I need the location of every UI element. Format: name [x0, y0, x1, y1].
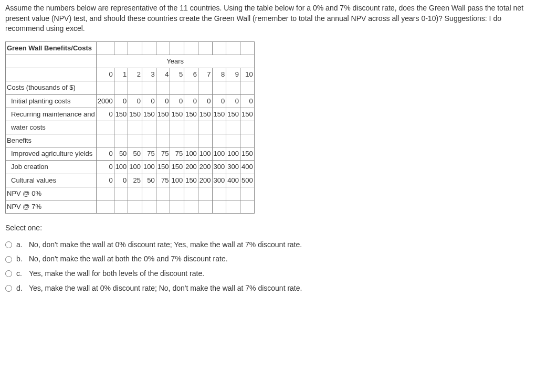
data-cell: [128, 200, 142, 214]
option-c-radio[interactable]: [5, 270, 12, 277]
row-label: Benefits: [6, 134, 97, 147]
years-label: Years: [96, 55, 254, 68]
data-cell: [114, 81, 128, 94]
data-cell: 150: [240, 108, 254, 121]
blank-cell: [142, 41, 156, 55]
blank-cell: [170, 41, 184, 55]
data-cell: [96, 81, 114, 94]
data-cell: [170, 134, 184, 147]
table-row: Benefits: [6, 134, 255, 147]
data-cell: [198, 187, 212, 200]
data-cell: [142, 187, 156, 200]
table-row: Costs (thousands of $): [6, 81, 255, 94]
data-cell: 75: [156, 174, 170, 187]
option-b[interactable]: b. No, don't make the wall at both the 0…: [5, 252, 531, 267]
data-cell: 500: [240, 174, 254, 187]
table-row: NPV @ 0%: [6, 187, 255, 200]
data-cell: 75: [170, 147, 184, 161]
data-cell: 150: [156, 108, 170, 121]
data-cell: 0: [128, 94, 142, 108]
option-text: Yes, make the wall for both levels of th…: [29, 269, 204, 279]
blank-cell: [212, 41, 226, 55]
table-title: Green Wall Benefits/Costs: [6, 41, 97, 55]
data-cell: [226, 187, 240, 200]
data-cell: [128, 187, 142, 200]
option-a-radio[interactable]: [5, 241, 12, 248]
data-cell: [240, 187, 254, 200]
data-cell: 150: [240, 147, 254, 161]
option-c[interactable]: c. Yes, make the wall for both levels of…: [5, 267, 531, 281]
option-d[interactable]: d. Yes, make the wall at 0% discount rat…: [5, 281, 531, 296]
data-cell: 0: [156, 94, 170, 108]
data-cell: 150: [198, 108, 212, 121]
table-row: Initial planting costs20000000000000: [6, 94, 255, 108]
data-cell: 100: [226, 147, 240, 161]
table-row: NPV @ 7%: [6, 200, 255, 214]
row-label: NPV @ 0%: [6, 187, 97, 200]
data-cell: [142, 200, 156, 214]
blank-cell: [198, 41, 212, 55]
data-cell: [240, 200, 254, 214]
table-row: Cultural values0025507510015020030040050…: [6, 174, 255, 187]
data-cell: [156, 200, 170, 214]
row-label: Recurring maintenance and: [6, 108, 97, 121]
data-cell: 0: [240, 94, 254, 108]
data-cell: [156, 134, 170, 147]
data-cell: 100: [212, 147, 226, 161]
table-row: Recurring maintenance and015015015015015…: [6, 108, 255, 121]
data-cell: [114, 187, 128, 200]
year-header: 4: [156, 68, 170, 81]
data-cell: 0: [198, 94, 212, 108]
option-text: Yes, make the wall at 0% discount rate; …: [29, 283, 302, 294]
blank-cell: [240, 41, 254, 55]
data-cell: 0: [96, 108, 114, 121]
table-row: Job creation0100100100150150200200300300…: [6, 161, 255, 174]
data-cell: 50: [114, 147, 128, 161]
data-cell: [226, 121, 240, 134]
row-label: NPV @ 7%: [6, 200, 97, 214]
data-cell: [170, 81, 184, 94]
data-cell: [184, 81, 198, 94]
data-cell: 75: [156, 147, 170, 161]
data-cell: [114, 134, 128, 147]
data-cell: 0: [170, 94, 184, 108]
option-letter: d.: [16, 283, 25, 294]
blank-cell: [6, 55, 97, 68]
answer-options: a. No, don't make the wall at 0% discoun…: [5, 238, 531, 295]
data-cell: 2000: [96, 94, 114, 108]
blank-cell: [156, 41, 170, 55]
option-a[interactable]: a. No, don't make the wall at 0% discoun…: [5, 238, 531, 252]
option-text: No, don't make the wall at both the 0% a…: [29, 254, 228, 264]
year-header: 5: [170, 68, 184, 81]
data-cell: 400: [240, 161, 254, 174]
data-cell: [198, 200, 212, 214]
data-cell: 50: [142, 174, 156, 187]
data-cell: 0: [96, 161, 114, 174]
option-d-radio[interactable]: [5, 285, 12, 292]
data-cell: [170, 121, 184, 134]
row-label: Improved agriculture yields: [6, 147, 97, 161]
year-header: 8: [212, 68, 226, 81]
row-label: Initial planting costs: [6, 94, 97, 108]
data-cell: 150: [170, 108, 184, 121]
data-cell: 400: [226, 174, 240, 187]
blank-cell: [114, 41, 128, 55]
data-cell: [142, 81, 156, 94]
data-cell: 100: [170, 174, 184, 187]
year-header: 9: [226, 68, 240, 81]
data-cell: [212, 121, 226, 134]
year-header: 6: [184, 68, 198, 81]
blank-cell: [184, 41, 198, 55]
data-cell: [184, 134, 198, 147]
option-letter: b.: [16, 254, 25, 264]
data-cell: [128, 81, 142, 94]
data-cell: [198, 81, 212, 94]
data-cell: 200: [198, 174, 212, 187]
data-cell: 0: [96, 147, 114, 161]
data-cell: 0: [114, 94, 128, 108]
data-cell: 0: [96, 174, 114, 187]
option-b-radio[interactable]: [5, 256, 12, 263]
year-header: 2: [128, 68, 142, 81]
table-row: Improved agriculture yields0505075757510…: [6, 147, 255, 161]
blank-cell: [96, 41, 114, 55]
